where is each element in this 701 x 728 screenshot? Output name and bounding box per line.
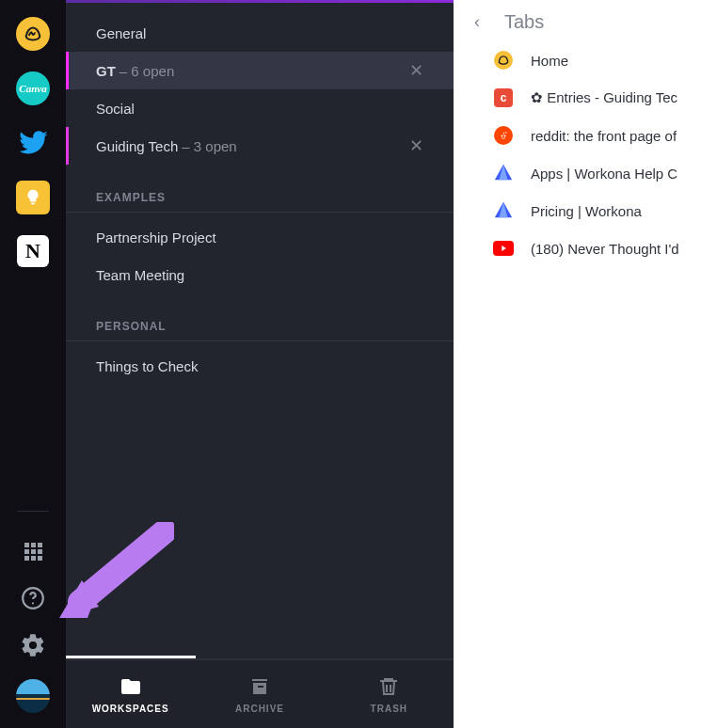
- tabs-panel: ‹ Tabs Home c ✿ Entries - Guiding Tec: [454, 0, 701, 728]
- basecamp-icon: [493, 50, 514, 71]
- workona-icon: [493, 200, 514, 221]
- tab-title: Home: [531, 53, 568, 69]
- nav-label: ARCHIVE: [235, 704, 284, 714]
- workspace-label: Guiding Tech: [96, 138, 178, 154]
- workspace-label: Social: [96, 101, 135, 117]
- tab-row[interactable]: Apps | Workona Help C: [493, 163, 701, 183]
- workspace-label: Things to Check: [96, 358, 198, 374]
- tab-row[interactable]: Home: [493, 50, 701, 71]
- browser-tabstrip: Canva N: [0, 0, 66, 728]
- close-icon[interactable]: ✕: [409, 137, 423, 154]
- workspace-item-partnership[interactable]: Partnership Project: [66, 218, 454, 256]
- keep-icon[interactable]: [16, 181, 50, 214]
- youtube-icon: [493, 238, 514, 259]
- tab-row[interactable]: Pricing | Workona: [493, 200, 701, 221]
- nav-workspaces[interactable]: WORKSPACES: [66, 675, 195, 714]
- workspace-item-general[interactable]: General: [66, 14, 454, 52]
- svg-point-10: [32, 602, 34, 604]
- workspace-open-count: – 6 open: [119, 63, 174, 79]
- workona-icon: [493, 163, 514, 183]
- bottom-nav-indicator: [66, 657, 454, 658]
- archive-icon: [248, 675, 271, 698]
- user-avatar[interactable]: [16, 679, 50, 713]
- settings-gear-icon[interactable]: [20, 632, 46, 658]
- workspace-item-social[interactable]: Social: [66, 89, 454, 127]
- bottom-nav: WORKSPACES ARCHIVE TRASH: [66, 658, 454, 728]
- workspace-label: General: [96, 25, 146, 41]
- twitter-icon[interactable]: [16, 126, 50, 160]
- svg-point-12: [504, 135, 506, 137]
- workspaces-sidebar: General GT – 6 open ✕ Social Guiding Tec…: [66, 0, 454, 728]
- tab-row[interactable]: (180) Never Thought I'd: [493, 238, 701, 259]
- tab-title: (180) Never Thought I'd: [531, 241, 679, 257]
- close-icon[interactable]: ✕: [409, 62, 423, 79]
- svg-point-11: [502, 135, 503, 137]
- back-chevron-icon[interactable]: ‹: [469, 12, 486, 32]
- panel-title: Tabs: [504, 11, 544, 33]
- workspace-label: GT: [96, 63, 116, 79]
- apps-grid-icon[interactable]: [20, 538, 46, 564]
- svg-rect-0: [24, 543, 29, 547]
- tab-row[interactable]: reddit: the front page of: [493, 125, 701, 146]
- tabstrip-separator: [17, 511, 49, 512]
- tab-title: reddit: the front page of: [531, 128, 677, 144]
- svg-rect-7: [31, 556, 36, 561]
- basecamp-icon[interactable]: [16, 17, 50, 51]
- svg-rect-3: [24, 549, 29, 554]
- svg-rect-4: [31, 549, 36, 554]
- workspace-label: Team Meeting: [96, 267, 184, 283]
- nav-label: WORKSPACES: [92, 704, 169, 714]
- trash-icon: [377, 675, 400, 698]
- svg-rect-8: [38, 556, 42, 561]
- nav-trash[interactable]: TRASH: [325, 675, 454, 714]
- tab-title: ✿ Entries - Guiding Tec: [531, 89, 677, 106]
- tab-title: Apps | Workona Help C: [531, 166, 677, 182]
- nav-label: TRASH: [371, 704, 407, 714]
- reddit-icon: [493, 125, 514, 146]
- folder-icon: [119, 675, 142, 698]
- svg-rect-1: [31, 543, 36, 547]
- tab-row[interactable]: c ✿ Entries - Guiding Tec: [493, 87, 701, 108]
- notion-icon[interactable]: N: [17, 235, 49, 267]
- tab-title: Pricing | Workona: [531, 203, 642, 219]
- workspace-open-count: – 3 open: [182, 138, 236, 154]
- section-header-examples: EXAMPLES: [66, 165, 454, 213]
- workspace-item-teammeeting[interactable]: Team Meeting: [66, 256, 454, 293]
- nav-archive[interactable]: ARCHIVE: [195, 675, 324, 714]
- workspace-label: Partnership Project: [96, 229, 216, 245]
- svg-rect-6: [24, 556, 29, 561]
- workspace-item-things[interactable]: Things to Check: [66, 347, 454, 385]
- help-icon[interactable]: [20, 585, 46, 611]
- svg-rect-5: [38, 549, 42, 554]
- site-c-icon: c: [493, 87, 514, 108]
- section-header-personal: PERSONAL: [66, 293, 454, 341]
- svg-rect-2: [38, 543, 42, 547]
- workspace-item-gt[interactable]: GT – 6 open ✕: [66, 52, 454, 89]
- workspace-item-guidingtech[interactable]: Guiding Tech – 3 open ✕: [66, 127, 454, 165]
- canva-icon[interactable]: Canva: [16, 71, 50, 105]
- svg-point-13: [505, 132, 507, 134]
